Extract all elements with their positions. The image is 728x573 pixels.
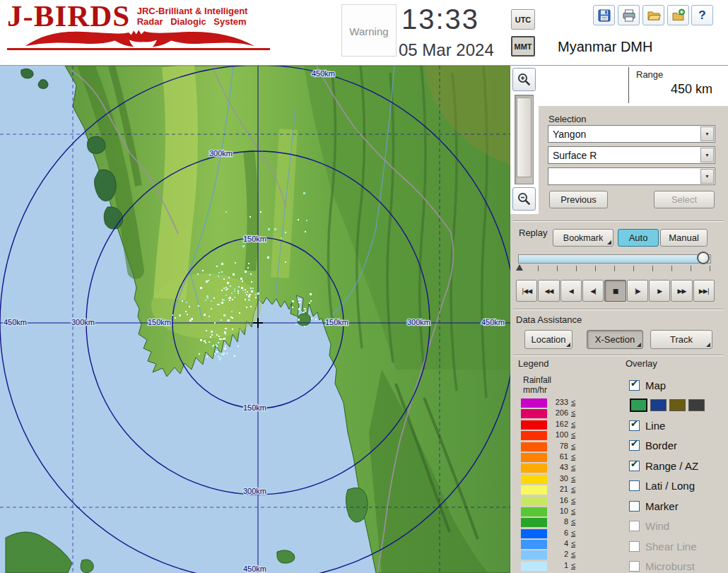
- map-style-swatch[interactable]: [688, 399, 705, 411]
- legend-value: 100≤: [552, 430, 575, 439]
- legend-row: 61≤: [521, 452, 613, 463]
- overlay-item-shear-line[interactable]: Shear Line: [629, 536, 728, 557]
- overlay-item-microburst[interactable]: Microburst: [629, 557, 728, 573]
- legend-swatch: [521, 518, 547, 527]
- play-button[interactable]: ▶: [649, 280, 670, 302]
- legend-swatch: [521, 485, 547, 495]
- logo-tagline-1: JRC-Brilliant & Intelligent: [137, 6, 248, 17]
- radar-map[interactable]: 450km300km150km150km300km450km450km300km…: [0, 66, 510, 573]
- product-dropdown[interactable]: Surface R ▼: [548, 146, 715, 164]
- range-label: 450km: [243, 565, 266, 573]
- auto-button[interactable]: Auto: [618, 229, 659, 247]
- skip-to-end-button[interactable]: ▶▶|: [693, 280, 715, 302]
- location-button[interactable]: Location: [524, 330, 573, 349]
- open-button[interactable]: [642, 5, 664, 25]
- overlay-item-line[interactable]: ✔Line: [629, 415, 728, 436]
- checkbox[interactable]: ✔: [629, 461, 640, 471]
- legend-value: 162≤: [552, 420, 575, 428]
- option-dropdown[interactable]: ▼: [548, 167, 715, 185]
- check-icon: ✔: [630, 459, 638, 468]
- import-button[interactable]: [667, 5, 689, 25]
- legend-row: 21≤: [521, 485, 613, 495]
- zoom-scrollbar[interactable]: [515, 95, 534, 184]
- help-button[interactable]: ?: [691, 5, 713, 25]
- legend-value: 8≤: [552, 517, 575, 526]
- checkbox[interactable]: ✔: [629, 380, 640, 391]
- zoom-scrollbar-thumb[interactable]: [517, 98, 532, 177]
- legend-value: 233≤: [552, 398, 575, 406]
- print-icon: [622, 8, 636, 23]
- overlay-item-marker[interactable]: Marker: [629, 496, 728, 516]
- step-back-button[interactable]: ◀|: [582, 280, 604, 302]
- chevron-down-icon[interactable]: ▼: [700, 148, 714, 163]
- replay-timeline-slider[interactable]: [518, 254, 711, 264]
- header: J-BIRDS JRC-Brilliant & Intelligent Rada…: [0, 0, 728, 66]
- map-style-swatch[interactable]: [630, 398, 647, 412]
- overlay-item-map[interactable]: ✔Map: [629, 375, 728, 396]
- chevron-down-icon[interactable]: ▼: [700, 169, 714, 184]
- fast-forward-button[interactable]: ▶▶: [671, 280, 692, 302]
- jbirds-logo: J-BIRDS JRC-Brilliant & Intelligent Rada…: [7, 0, 286, 50]
- checkbox[interactable]: [629, 501, 640, 512]
- range-label: Range: [636, 69, 663, 80]
- bookmark-button[interactable]: Bookmark: [553, 229, 613, 247]
- select-button[interactable]: Select: [654, 191, 715, 208]
- play-reverse-button[interactable]: ◀: [560, 280, 582, 302]
- stop-button[interactable]: ■: [604, 280, 626, 302]
- overlay-item-lati-long[interactable]: Lati / Long: [629, 476, 728, 497]
- range-label: 150km: [325, 318, 348, 326]
- logo-title: J-BIRDS: [7, 0, 130, 32]
- zoom-in-button[interactable]: [512, 68, 536, 91]
- legend-unit-line2: mm/hr: [523, 385, 547, 395]
- mmt-button[interactable]: MMT: [511, 36, 535, 57]
- logo-underline: [7, 48, 270, 50]
- overlay-item-border[interactable]: ✔Border: [629, 436, 728, 456]
- site-dropdown[interactable]: Yangon ▼: [548, 125, 715, 143]
- step-forward-button[interactable]: |▶: [627, 280, 648, 302]
- track-button[interactable]: Track: [650, 330, 712, 349]
- range-label: 300km: [209, 149, 233, 158]
- legend-swatch: [521, 409, 547, 418]
- legend-row: 8≤: [521, 517, 613, 528]
- legend-value: 78≤: [552, 442, 575, 450]
- open-folder-icon: [647, 8, 661, 23]
- checkbox[interactable]: [629, 561, 640, 572]
- overlay-item-range-az[interactable]: ✔Range / AZ: [629, 456, 728, 476]
- checkbox[interactable]: [629, 541, 640, 552]
- checkbox[interactable]: [629, 521, 640, 531]
- checkbox[interactable]: ✔: [629, 440, 640, 451]
- replay-slider-thumb[interactable]: [697, 252, 710, 264]
- fast-rewind-button[interactable]: ◀◀: [538, 280, 559, 302]
- print-button[interactable]: [618, 5, 640, 25]
- skip-to-start-button[interactable]: |◀◀: [516, 280, 537, 302]
- zoom-out-button[interactable]: [512, 187, 536, 211]
- x-section-button[interactable]: X-Section: [587, 330, 643, 349]
- legend-swatch: [521, 529, 547, 538]
- map-style-swatch[interactable]: [650, 399, 667, 411]
- divider: [513, 355, 724, 355]
- overlay-label: Overlay: [626, 358, 657, 369]
- overlay-item-label: Shear Line: [645, 540, 697, 553]
- overlay-item-wind[interactable]: Wind: [629, 516, 728, 537]
- overlay-item-label: Map: [645, 379, 666, 391]
- legend-swatch: [521, 463, 547, 473]
- overlay-item-label: Border: [645, 439, 677, 451]
- divider: [513, 309, 724, 309]
- range-label: 300km: [243, 487, 266, 495]
- checkbox[interactable]: [629, 480, 640, 491]
- legend-value: 21≤: [552, 485, 575, 493]
- legend-unit-line1: Rainfall: [523, 375, 551, 385]
- control-panel: Range 450 km Selection Yangon ▼ Surface …: [510, 66, 728, 573]
- zoom-out-icon: [517, 191, 532, 206]
- map-style-swatch[interactable]: [669, 399, 686, 411]
- range-label: 450km: [481, 318, 505, 326]
- legend-row: 10≤: [521, 507, 613, 517]
- range-label: 150km: [243, 403, 266, 412]
- save-button[interactable]: [593, 5, 615, 25]
- manual-button[interactable]: Manual: [660, 229, 708, 247]
- checkbox[interactable]: ✔: [629, 420, 640, 431]
- utc-button[interactable]: UTC: [511, 9, 535, 30]
- legend-row: 233≤: [521, 398, 613, 408]
- previous-button[interactable]: Previous: [549, 191, 608, 208]
- chevron-down-icon[interactable]: ▼: [700, 126, 714, 141]
